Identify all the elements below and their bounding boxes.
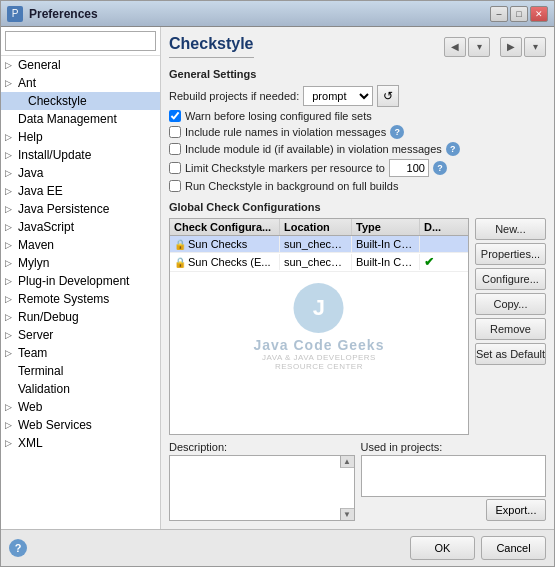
lock-icon: 🔒 xyxy=(174,239,186,250)
sidebar-item-label: Plug-in Development xyxy=(18,274,129,288)
footer-help-icon[interactable]: ? xyxy=(9,539,27,557)
remove-button[interactable]: Remove xyxy=(475,318,546,340)
rebuild-label: Rebuild projects if needed: xyxy=(169,90,299,102)
col-default: D... xyxy=(420,219,448,235)
include-rule-checkbox[interactable] xyxy=(169,126,181,138)
search-input[interactable] xyxy=(5,31,156,51)
expand-arrow-icon: ▷ xyxy=(5,258,15,268)
table-header: Check Configura... Location Type D... xyxy=(170,219,468,236)
include-rule-help-icon[interactable]: ? xyxy=(390,125,404,139)
sidebar-item-mylyn[interactable]: ▷Mylyn xyxy=(1,254,160,272)
nav-bar: ◀ ▾ ▶ ▾ xyxy=(444,37,546,57)
col-type: Type xyxy=(352,219,420,235)
back-dropdown-button[interactable]: ▾ xyxy=(468,37,490,57)
include-module-help-icon[interactable]: ? xyxy=(446,142,460,156)
sidebar-item-install-update[interactable]: ▷Install/Update xyxy=(1,146,160,164)
sidebar-item-label: Ant xyxy=(18,76,36,90)
table-row[interactable]: 🔒Sun Checks sun_checks... Built-In Co... xyxy=(170,236,468,253)
warn-row: Warn before losing configured file sets xyxy=(169,110,546,122)
description-label: Description: xyxy=(169,441,355,453)
sidebar-item-label: Run/Debug xyxy=(18,310,79,324)
refresh-button[interactable]: ↺ xyxy=(377,85,399,107)
set-default-button[interactable]: Set as Default xyxy=(475,343,546,365)
scroll-down-button[interactable]: ▼ xyxy=(340,508,354,520)
limit-checkbox[interactable] xyxy=(169,162,181,174)
table-row[interactable]: 🔒Sun Checks (E... sun_checks... Built-In… xyxy=(170,253,468,272)
sidebar-item-java-persistence[interactable]: ▷Java Persistence xyxy=(1,200,160,218)
main-panel: Checkstyle ◀ ▾ ▶ ▾ General Settings Rebu… xyxy=(161,27,554,529)
sidebar-item-checkstyle[interactable]: Checkstyle xyxy=(1,92,160,110)
sidebar-item-data-management[interactable]: Data Management xyxy=(1,110,160,128)
close-button[interactable]: ✕ xyxy=(530,6,548,22)
sidebar-item-maven[interactable]: ▷Maven xyxy=(1,236,160,254)
limit-input[interactable] xyxy=(389,159,429,177)
new-button[interactable]: New... xyxy=(475,218,546,240)
row1-location: sun_checks... xyxy=(280,236,352,252)
lock-icon: 🔒 xyxy=(174,257,186,268)
sidebar-item-xml[interactable]: ▷XML xyxy=(1,434,160,452)
limit-row: Limit Checkstyle markers per resource to… xyxy=(169,159,546,177)
sidebar-item-label: Remote Systems xyxy=(18,292,109,306)
export-button[interactable]: Export... xyxy=(486,499,546,521)
check-table: Check Configura... Location Type D... 🔒S… xyxy=(169,218,469,435)
configure-button[interactable]: Configure... xyxy=(475,268,546,290)
sidebar-item-java-ee[interactable]: ▷Java EE xyxy=(1,182,160,200)
expand-arrow-icon: ▷ xyxy=(5,132,15,142)
expand-arrow-icon: ▷ xyxy=(5,168,15,178)
sidebar-item-java[interactable]: ▷Java xyxy=(1,164,160,182)
sidebar-item-label: JavaScript xyxy=(18,220,74,234)
expand-arrow-icon: ▷ xyxy=(5,402,15,412)
footer-left: ? xyxy=(9,539,27,557)
sidebar-item-javascript[interactable]: ▷JavaScript xyxy=(1,218,160,236)
expand-arrow-icon: ▷ xyxy=(5,186,15,196)
expand-arrow-icon: ▷ xyxy=(5,420,15,430)
expand-arrow-icon: ▷ xyxy=(5,330,15,340)
sidebar-item-remote-systems[interactable]: ▷Remote Systems xyxy=(1,290,160,308)
sidebar-item-label: Data Management xyxy=(18,112,117,126)
sidebar-item-label: Web xyxy=(18,400,42,414)
sidebar-item-ant[interactable]: ▷Ant xyxy=(1,74,160,92)
forward-dropdown-button[interactable]: ▾ xyxy=(524,37,546,57)
sidebar-item-label: Server xyxy=(18,328,53,342)
sidebar-item-web-services[interactable]: ▷Web Services xyxy=(1,416,160,434)
sidebar-item-label: Checkstyle xyxy=(28,94,87,108)
back-button[interactable]: ◀ xyxy=(444,37,466,57)
sidebar-item-team[interactable]: ▷Team xyxy=(1,344,160,362)
sidebar-item-label: General xyxy=(18,58,61,72)
ok-button[interactable]: OK xyxy=(410,536,475,560)
sidebar-item-label: Maven xyxy=(18,238,54,252)
rebuild-dropdown[interactable]: prompt always never xyxy=(303,86,373,106)
sidebar-item-help[interactable]: ▷Help xyxy=(1,128,160,146)
restore-button[interactable]: □ xyxy=(510,6,528,22)
copy-button[interactable]: Copy... xyxy=(475,293,546,315)
description-area: Description: ▲ ▼ xyxy=(169,441,355,521)
warn-checkbox[interactable] xyxy=(169,110,181,122)
sidebar-item-plug-in-development[interactable]: ▷Plug-in Development xyxy=(1,272,160,290)
sidebar-item-validation[interactable]: Validation xyxy=(1,380,160,398)
sidebar-item-terminal[interactable]: Terminal xyxy=(1,362,160,380)
properties-button[interactable]: Properties... xyxy=(475,243,546,265)
sidebar-item-web[interactable]: ▷Web xyxy=(1,398,160,416)
sidebar-item-server[interactable]: ▷Server xyxy=(1,326,160,344)
global-check-section: Global Check Configurations Check Config… xyxy=(169,201,546,521)
sidebar-item-label: Java xyxy=(18,166,43,180)
sidebar-item-run-debug[interactable]: ▷Run/Debug xyxy=(1,308,160,326)
expand-arrow-icon: ▷ xyxy=(5,78,15,88)
cancel-button[interactable]: Cancel xyxy=(481,536,546,560)
export-row: Export... xyxy=(361,499,547,521)
minimize-button[interactable]: – xyxy=(490,6,508,22)
expand-arrow-icon: ▷ xyxy=(5,240,15,250)
limit-help-icon[interactable]: ? xyxy=(433,161,447,175)
scroll-up-button[interactable]: ▲ xyxy=(340,456,354,468)
sidebar-item-general[interactable]: ▷General xyxy=(1,56,160,74)
forward-button[interactable]: ▶ xyxy=(500,37,522,57)
dialog-footer: ? OK Cancel xyxy=(1,529,554,566)
sidebar-item-label: Help xyxy=(18,130,43,144)
run-background-label: Run Checkstyle in background on full bui… xyxy=(169,180,398,192)
run-background-checkbox[interactable] xyxy=(169,180,181,192)
window-controls: – □ ✕ xyxy=(490,6,548,22)
include-module-checkbox[interactable] xyxy=(169,143,181,155)
table-area: Check Configura... Location Type D... 🔒S… xyxy=(169,218,546,435)
sidebar-item-label: Java Persistence xyxy=(18,202,109,216)
expand-arrow-icon: ▷ xyxy=(5,204,15,214)
